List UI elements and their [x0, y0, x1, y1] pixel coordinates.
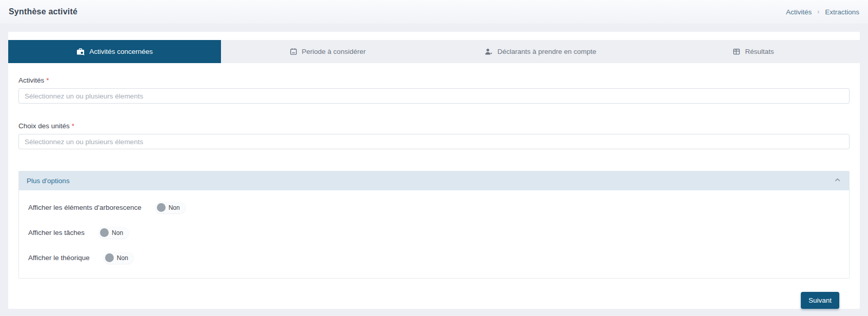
- field-activites: Activités*: [18, 76, 850, 104]
- breadcrumb-item-activites[interactable]: Activités: [786, 8, 812, 16]
- options-panel-title: Plus d'options: [27, 177, 70, 185]
- chevron-up-icon[interactable]: [834, 176, 841, 186]
- unites-multiselect-input[interactable]: [18, 134, 850, 149]
- calendar-icon: [290, 48, 297, 55]
- option-row-arborescence: Afficher les éléments d'arborescence Non: [28, 202, 840, 213]
- field-label-text: Choix des unités: [18, 122, 70, 130]
- toggle-value: Non: [112, 229, 123, 236]
- user-icon: [485, 48, 493, 56]
- option-label: Afficher les tâches: [28, 229, 85, 236]
- option-label: Afficher les éléments d'arborescence: [28, 204, 142, 211]
- breadcrumb-item-extractions[interactable]: Extractions: [825, 8, 859, 16]
- top-header-bar: Synthèse activité Activités › Extraction…: [0, 0, 868, 24]
- briefcase-search-icon: [76, 48, 85, 56]
- option-label: Afficher le théorique: [28, 254, 90, 262]
- field-label: Choix des unités*: [18, 122, 850, 130]
- field-label: Activités*: [18, 76, 850, 84]
- toggle-afficher-arborescence[interactable]: Non: [155, 202, 186, 213]
- breadcrumb-separator-icon: ›: [817, 8, 819, 15]
- activites-multiselect-input[interactable]: [18, 88, 850, 104]
- required-marker: *: [72, 122, 74, 130]
- tab-label: Déclarants à prendre en compte: [497, 48, 596, 55]
- form-content: Activités* Choix des unités* Plus d'opti…: [8, 63, 860, 309]
- option-row-taches: Afficher les tâches Non: [28, 227, 840, 239]
- toggle-afficher-taches[interactable]: Non: [98, 227, 129, 239]
- options-panel: Plus d'options Afficher les éléments d'a…: [18, 171, 850, 279]
- toggle-afficher-theorique[interactable]: Non: [104, 252, 134, 264]
- page-title: Synthèse activité: [9, 7, 77, 16]
- tab-label: Periode à considérer: [302, 48, 366, 55]
- wizard-footer: Suivant: [18, 279, 850, 309]
- tab-activites-concernees[interactable]: Activités concernées: [8, 40, 221, 63]
- table-icon: [733, 48, 740, 55]
- required-marker: *: [46, 76, 49, 84]
- field-label-text: Activités: [18, 76, 44, 84]
- toggle-knob: [105, 253, 114, 262]
- options-panel-body: Afficher les éléments d'arborescence Non…: [19, 190, 849, 278]
- field-choix-des-unites: Choix des unités*: [18, 122, 850, 149]
- wizard-tabbar: Activités concernées Periode à considére…: [8, 40, 860, 63]
- toggle-knob: [157, 203, 166, 212]
- tab-periode-a-considerer[interactable]: Periode à considérer: [221, 40, 434, 63]
- option-row-theorique: Afficher le théorique Non: [28, 252, 840, 264]
- toggle-knob: [100, 228, 109, 237]
- breadcrumb: Activités › Extractions: [786, 8, 859, 16]
- main-card: Activités concernées Periode à considére…: [8, 32, 860, 309]
- toggle-value: Non: [117, 254, 128, 262]
- options-panel-header[interactable]: Plus d'options: [19, 171, 849, 190]
- tab-label: Activités concernées: [89, 48, 153, 55]
- toggle-value: Non: [169, 204, 180, 211]
- tab-resultats[interactable]: Résultats: [647, 40, 860, 63]
- tab-label: Résultats: [745, 48, 774, 55]
- tab-declarants-a-prendre-en-compte[interactable]: Déclarants à prendre en compte: [434, 40, 647, 63]
- next-button[interactable]: Suivant: [801, 292, 839, 309]
